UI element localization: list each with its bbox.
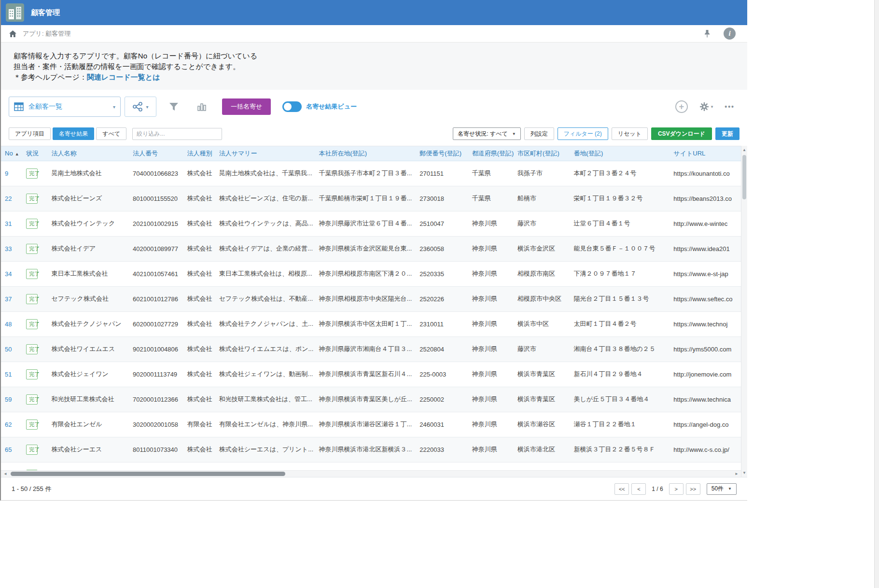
breadcrumb: アプリ: 顧客管理 i bbox=[1, 25, 747, 42]
status-badge: 完了 bbox=[26, 470, 38, 471]
app-icon[interactable] bbox=[6, 3, 24, 22]
record-number-link[interactable]: 9 bbox=[5, 170, 8, 177]
cell-summary: 晃南土地株式会社は、千葉県我... bbox=[215, 161, 315, 186]
record-number-link[interactable]: 34 bbox=[5, 270, 12, 278]
cell-name: 株式会社ワイエムエス bbox=[47, 336, 129, 362]
horizontal-scroll-track[interactable] bbox=[10, 471, 732, 477]
column-header-name[interactable]: 法人名称 bbox=[47, 146, 129, 161]
cell-zip: 225-0003 bbox=[416, 362, 468, 387]
cell-name: 晃南土地株式会社 bbox=[47, 161, 129, 186]
cell-status: 完了 bbox=[22, 336, 47, 362]
cell-zip: 2250002 bbox=[416, 387, 468, 412]
cell-banchi: 湘南台４丁目３８番地の２５ bbox=[570, 336, 670, 362]
tab-merge-result[interactable]: 名寄せ結果 bbox=[53, 127, 94, 140]
tab-app-fields[interactable]: アプリ項目 bbox=[9, 127, 51, 140]
merge-status-select[interactable]: 名寄せ状況: すべて ▼ bbox=[453, 127, 521, 140]
record-number-link[interactable]: 62 bbox=[5, 421, 12, 428]
record-number-link[interactable]: 48 bbox=[5, 321, 12, 328]
add-record-button[interactable]: + bbox=[675, 100, 688, 113]
more-options-button[interactable]: ••• bbox=[725, 103, 735, 111]
cell-name: 株式会社ジェイワン bbox=[47, 362, 129, 387]
tab-all[interactable]: すべて bbox=[96, 127, 126, 140]
vertical-scroll-track[interactable] bbox=[741, 154, 747, 469]
scroll-right-icon[interactable]: ► bbox=[732, 472, 741, 476]
column-header-corp-type[interactable]: 法人種別 bbox=[183, 146, 215, 161]
merge-view-toggle[interactable] bbox=[282, 101, 302, 112]
help-prefix: ＊参考ヘルプページ： bbox=[14, 73, 87, 81]
node-graph-icon bbox=[132, 102, 143, 112]
column-header-pref[interactable]: 都道府県(登記) bbox=[468, 146, 514, 161]
help-link[interactable]: 関連レコード一覧とは bbox=[87, 73, 160, 81]
cell-no: 34 bbox=[1, 261, 22, 286]
cell-url: https://www.technica bbox=[670, 387, 741, 412]
filter-search-input[interactable] bbox=[132, 128, 222, 140]
cell-corp_type: 株式会社 bbox=[183, 286, 215, 311]
cell-city: 横浜市中区 bbox=[514, 311, 570, 336]
cell-pref: 神奈川県 bbox=[468, 286, 514, 311]
settings-button[interactable]: ▾ bbox=[699, 102, 713, 112]
cell-banchi: 美しが丘５丁目３４番地４ bbox=[570, 387, 670, 412]
scroll-left-icon[interactable]: ◄ bbox=[1, 472, 10, 476]
cell-corp_type: 株式会社 bbox=[183, 437, 215, 462]
status-badge: 完了 bbox=[26, 269, 38, 279]
info-icon[interactable]: i bbox=[724, 28, 736, 40]
reset-button[interactable]: リセット bbox=[612, 127, 648, 140]
cell-url: https://angel-dog.co bbox=[670, 412, 741, 437]
record-number-link[interactable]: 50 bbox=[5, 346, 12, 353]
column-header-address[interactable]: 本社所在地(登記) bbox=[315, 146, 416, 161]
bulk-merge-button[interactable]: 一括名寄せ bbox=[222, 98, 271, 115]
record-number-link[interactable]: 22 bbox=[5, 195, 12, 202]
update-button[interactable]: 更新 bbox=[715, 127, 739, 140]
column-header-url[interactable]: サイトURL bbox=[670, 146, 741, 161]
column-header-corp-no[interactable]: 法人番号 bbox=[129, 146, 183, 161]
record-number-link[interactable]: 37 bbox=[5, 295, 12, 303]
table-body: 9完了晃南土地株式会社7040001066823株式会社晃南土地株式会社は、千葉… bbox=[1, 161, 741, 470]
filter-button[interactable]: フィルター (2) bbox=[558, 127, 608, 140]
vertical-scrollbar[interactable]: ▲ ▼ bbox=[741, 146, 747, 477]
view-toolbar: 全顧客一覧 ▾ ▾ 一括名寄せ bbox=[1, 90, 747, 125]
record-number-link[interactable]: 51 bbox=[5, 371, 12, 378]
csv-download-button[interactable]: CSVダウンロード bbox=[651, 127, 712, 140]
column-header-status[interactable]: 状況 bbox=[22, 146, 47, 161]
scroll-down-icon[interactable]: ▼ bbox=[742, 469, 746, 477]
select-arrow-icon: ▼ bbox=[728, 487, 732, 491]
graph-view-button[interactable]: ▾ bbox=[125, 97, 156, 117]
cell-summary: 有限会社エンゼルは、神奈川県... bbox=[215, 412, 315, 437]
select-value: 名寄せ状況: すべて bbox=[458, 130, 508, 138]
first-page-button[interactable]: << bbox=[614, 483, 629, 495]
column-header-zip[interactable]: 郵便番号(登記) bbox=[416, 146, 468, 161]
horizontal-scroll-thumb[interactable] bbox=[11, 472, 285, 476]
column-header-summary[interactable]: 法人サマリー bbox=[215, 146, 315, 161]
funnel-icon bbox=[169, 102, 179, 111]
breadcrumb-app-label[interactable]: アプリ: 顧客管理 bbox=[23, 29, 70, 38]
last-page-button[interactable]: >> bbox=[686, 483, 700, 495]
record-number-link[interactable]: 65 bbox=[5, 446, 12, 453]
record-number-link[interactable]: 33 bbox=[5, 245, 12, 252]
column-header-no[interactable]: No▲ bbox=[1, 146, 22, 161]
column-header-banchi[interactable]: 番地(登記) bbox=[570, 146, 670, 161]
scroll-up-icon[interactable]: ▲ bbox=[742, 146, 746, 154]
column-settings-button[interactable]: 列設定 bbox=[524, 127, 554, 140]
filter-funnel-button[interactable] bbox=[163, 97, 184, 116]
next-page-button[interactable]: > bbox=[669, 483, 684, 495]
table-row: 9完了晃南土地株式会社7040001066823株式会社晃南土地株式会社は、千葉… bbox=[1, 161, 741, 186]
record-number-link[interactable]: 59 bbox=[5, 396, 12, 403]
cell-corp_no: 6020001027729 bbox=[129, 311, 183, 336]
cell-corp_type: 有限会社 bbox=[183, 412, 215, 437]
chart-button[interactable] bbox=[191, 97, 212, 116]
cell-name: 株式会社シーエス bbox=[47, 437, 129, 462]
table-row: 62完了有限会社エンゼル3020002001058有限会社有限会社エンゼルは、神… bbox=[1, 412, 741, 437]
cell-status: 完了 bbox=[22, 211, 47, 236]
pin-icon[interactable] bbox=[703, 29, 711, 38]
record-number-link[interactable]: 31 bbox=[5, 220, 12, 227]
vertical-scroll-thumb[interactable] bbox=[742, 155, 746, 199]
cell-banchi: 新横浜３丁目２２番５号８Ｆ bbox=[570, 437, 670, 462]
cell-banchi: 栄町１丁目１９番３２号 bbox=[570, 186, 670, 211]
prev-page-button[interactable]: < bbox=[631, 483, 646, 495]
home-icon[interactable] bbox=[9, 30, 17, 38]
page-size-select[interactable]: 50件 ▼ bbox=[707, 483, 737, 495]
table-row: 65完了株式会社シーエス8011001073340株式会社株式会社シーエスは、プ… bbox=[1, 437, 741, 462]
column-header-city[interactable]: 市区町村(登記) bbox=[514, 146, 570, 161]
view-selector[interactable]: 全顧客一覧 ▾ bbox=[9, 97, 121, 117]
horizontal-scrollbar[interactable]: ◄ ► bbox=[1, 470, 741, 477]
